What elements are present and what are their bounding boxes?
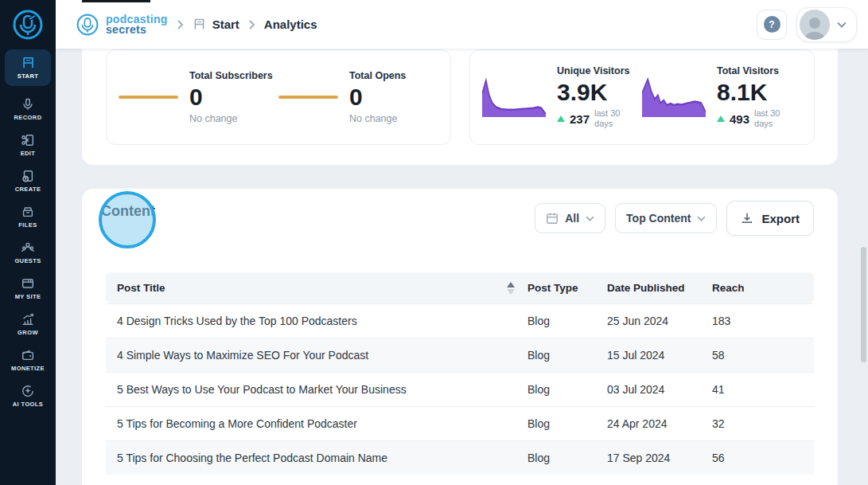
chevron-down-icon — [837, 22, 847, 28]
sidebar-item-label: EDIT — [21, 150, 36, 157]
user-menu[interactable] — [796, 7, 857, 42]
start-flag-icon — [21, 56, 36, 70]
sidebar-item-label: MY SITE — [15, 293, 41, 300]
stat-period: last 30 days — [594, 108, 634, 129]
browser-window-icon — [21, 276, 35, 291]
export-button[interactable]: Export — [726, 201, 814, 236]
growth-chart-icon — [21, 312, 35, 327]
cell-post-type: Blog — [527, 349, 607, 362]
column-header-date-published[interactable]: Date Published — [607, 282, 712, 294]
header-logo[interactable]: podcasting secrets — [75, 12, 168, 37]
sidebar-item-guests[interactable]: GUESTS — [5, 234, 51, 270]
sidebar-item-label: CREATE — [15, 186, 41, 193]
stat-total-visitors: Total Visitors 8.1K 493 last 30 days — [642, 65, 802, 129]
stat-value: 3.9K — [557, 80, 634, 104]
cell-post-title: 4 Simple Ways to Maximize SEO For Your P… — [117, 349, 368, 362]
stat-period: last 30 days — [754, 108, 794, 129]
download-icon — [741, 212, 753, 225]
breadcrumb-start[interactable]: Start — [212, 18, 239, 31]
question-mark-icon: ? — [764, 16, 780, 33]
vertical-scrollbar[interactable] — [861, 247, 866, 362]
click-indicator — [99, 191, 156, 248]
logo-line2: secrets — [106, 25, 168, 35]
avatar — [800, 10, 830, 40]
sidebar-item-label: START — [18, 72, 38, 80]
sidebar-item-label: FILES — [18, 221, 37, 229]
sort-icon[interactable] — [507, 282, 515, 295]
sidebar-item-files[interactable]: FILES — [5, 198, 51, 234]
sidebar-nav: START RECORD EDIT — [0, 49, 56, 413]
sidebar-item-my-site[interactable]: MY SITE — [5, 270, 51, 306]
content-filters: All Top Content Export — [535, 201, 814, 236]
calendar-icon — [546, 212, 559, 225]
content-section: Content All Top Content — [82, 189, 838, 485]
stat-value: 8.1K — [717, 80, 794, 104]
stat-unique-visitors: Unique Visitors 3.9K 237 last 30 days — [482, 65, 642, 129]
sidebar-item-create[interactable]: CREATE — [5, 162, 51, 198]
logo-wordmark: podcasting secrets — [106, 14, 168, 35]
cell-date-published: 15 Jul 2024 — [607, 349, 712, 362]
stat-label: Total Subscribers — [189, 70, 273, 81]
stat-value: 0 — [189, 85, 273, 109]
cell-reach: 183 — [712, 315, 814, 327]
sidebar-item-label: MONETIZE — [11, 365, 45, 372]
cell-post-title: 5 Tips for Becoming a More Confident Pod… — [117, 417, 357, 430]
flat-sparkline — [119, 96, 178, 99]
app-logo[interactable] — [0, 0, 56, 49]
stat-label: Total Visitors — [717, 65, 794, 76]
stat-label: Total Opens — [349, 70, 406, 81]
stat-change: No change — [349, 113, 406, 124]
column-header-post-title[interactable]: Post Title — [117, 282, 165, 294]
column-header-post-type[interactable]: Post Type — [527, 282, 607, 294]
table-row[interactable]: 4 Simple Ways to Maximize SEO For Your P… — [106, 338, 814, 372]
help-button[interactable]: ? — [757, 10, 787, 40]
column-header-reach[interactable]: Reach — [712, 282, 814, 294]
microphone-icon — [21, 97, 35, 111]
email-stats-card: Total Subscribers 0 No change Total Open… — [106, 49, 451, 145]
sidebar-item-start[interactable]: START — [5, 49, 51, 86]
table-row[interactable]: 5 Best Ways to Use Your Podcast to Marke… — [106, 372, 814, 406]
edit-scissors-icon — [21, 133, 35, 147]
cell-post-type: Blog — [527, 383, 607, 396]
person-silhouette-icon — [801, 14, 828, 40]
breadcrumb-analytics[interactable]: Analytics — [264, 18, 317, 31]
date-range-dropdown[interactable]: All — [535, 203, 605, 233]
stat-delta: 493 — [730, 112, 749, 126]
cell-post-type: Blog — [527, 315, 607, 327]
area-sparkline-chart — [642, 77, 706, 117]
sidebar-item-label: GROW — [18, 329, 38, 336]
cell-post-type: Blog — [527, 417, 607, 430]
sidebar-item-edit[interactable]: EDIT — [5, 127, 51, 162]
stat-value: 0 — [349, 85, 406, 109]
sidebar-item-grow[interactable]: GROW — [5, 306, 51, 342]
breadcrumb-chevron-icon — [248, 19, 255, 30]
stat-label: Unique Visitors — [557, 65, 634, 76]
chevron-down-icon — [586, 216, 594, 221]
sidebar-item-record[interactable]: RECORD — [5, 91, 51, 127]
sidebar-item-label: AI TOOLS — [13, 401, 43, 408]
content-table: Post Title Post Type Date Published Reac… — [106, 272, 814, 475]
cell-date-published: 25 Jun 2024 — [607, 315, 712, 327]
sidebar-item-monetize[interactable]: MONETIZE — [5, 342, 51, 377]
create-page-icon — [21, 169, 35, 183]
export-label: Export — [761, 212, 800, 225]
sidebar-item-label: GUESTS — [14, 257, 41, 264]
clipped-element-strip — [82, 0, 150, 2]
table-header-row: Post Title Post Type Date Published Reac… — [106, 272, 814, 303]
table-row[interactable]: 5 Tips for Becoming a More Confident Pod… — [106, 406, 814, 440]
content-type-dropdown[interactable]: Top Content — [615, 203, 717, 233]
table-row[interactable]: 4 Design Tricks Used by the Top 100 Podc… — [106, 303, 814, 338]
date-filter-value: All — [565, 212, 579, 225]
table-row[interactable]: 5 Tips for Choosing the Perfect Podcast … — [106, 440, 814, 475]
cell-date-published: 03 Jul 2024 — [607, 383, 712, 396]
cell-date-published: 17 Sep 2024 — [607, 452, 712, 464]
trend-up-icon — [557, 115, 565, 122]
cell-reach: 56 — [712, 452, 814, 464]
app-screen: START RECORD EDIT — [0, 0, 868, 485]
sidebar-item-ai-tools[interactable]: AI TOOLS — [5, 377, 51, 413]
type-filter-value: Top Content — [626, 212, 691, 225]
stat-delta: 237 — [570, 112, 590, 126]
stat-change: No change — [189, 113, 273, 124]
cell-post-title: 5 Best Ways to Use Your Podcast to Marke… — [117, 383, 407, 396]
start-flag-icon — [193, 18, 206, 31]
